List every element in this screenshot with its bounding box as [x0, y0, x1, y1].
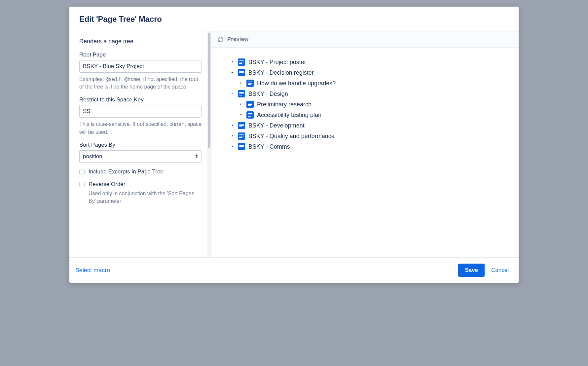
bullet-icon: • [239, 81, 243, 86]
refresh-icon[interactable] [217, 36, 224, 43]
include-excerpts-checkbox[interactable] [79, 169, 85, 174]
sort-label: Sort Pages By [79, 142, 202, 148]
include-excerpts-label: Include Excerpts in Page Tree [89, 168, 164, 175]
space-key-input[interactable] [79, 105, 202, 118]
page-icon [238, 58, 245, 66]
preview-body: • BSKY - Project poster BSKY - Decision … [211, 48, 519, 257]
reverse-order-label: Reverse Order [89, 181, 125, 188]
sort-select[interactable]: position [79, 150, 202, 163]
tree-item-expandable: BSKY - Decision register • How do we han… [230, 67, 500, 89]
modal-header: Edit 'Page Tree' Macro [69, 7, 519, 31]
select-macro-link[interactable]: Select macro [75, 267, 110, 274]
config-panel: Renders a page tree. Root Page Examples:… [69, 31, 211, 217]
tree-item: • BSKY - Project poster [230, 57, 500, 67]
preview-title: Preview [227, 36, 248, 43]
macro-description: Renders a page tree. [79, 38, 202, 45]
preview-header: Preview [211, 31, 519, 48]
space-key-group: Restrict to this Space Key This is case-… [79, 96, 202, 135]
page-icon [238, 122, 245, 129]
root-page-help: Examples: @self, @home. If not specified… [79, 75, 202, 91]
sort-group: Sort Pages By position ▲▼ [79, 142, 202, 163]
tree-link[interactable]: Accessibility testing plan [257, 112, 321, 119]
preview-panel: Preview • BSKY - Project poster [211, 31, 519, 257]
modal-footer: Select macro Save Cancel [69, 257, 519, 283]
chevron-down-icon[interactable] [230, 92, 235, 96]
page-icon [238, 90, 245, 97]
page-icon [246, 111, 254, 119]
bullet-icon: • [230, 134, 235, 138]
tree-link[interactable]: BSKY - Design [248, 91, 288, 97]
root-page-input[interactable] [79, 60, 202, 73]
tree-link[interactable]: BSKY - Project poster [248, 59, 306, 66]
bullet-icon: • [230, 144, 235, 149]
root-page-label: Root Page [79, 52, 202, 58]
page-icon [238, 69, 245, 76]
tree-link[interactable]: BSKY - Comms [248, 143, 290, 150]
tree-link[interactable]: How do we handle upgrades? [257, 80, 336, 87]
root-page-group: Root Page Examples: @self, @home. If not… [79, 52, 202, 91]
tree-item: • BSKY - Development [230, 120, 500, 131]
modal-title: Edit 'Page Tree' Macro [79, 15, 509, 24]
page-icon [238, 132, 245, 140]
reverse-order-group: Reverse Order Used only in conjunction w… [79, 181, 202, 205]
space-key-help: This is case-sensitive. If not specified… [79, 120, 202, 135]
modal-body: Renders a page tree. Root Page Examples:… [69, 31, 519, 257]
space-key-label: Restrict to this Space Key [79, 96, 202, 103]
tree-item: • Accessibility testing plan [239, 110, 500, 120]
config-scrollbar[interactable] [207, 31, 211, 257]
reverse-order-checkbox[interactable] [79, 182, 85, 187]
page-icon [246, 101, 254, 108]
config-scrollbar-thumb[interactable] [208, 33, 210, 148]
tree-item-expandable: BSKY - Design • Preliminary research • [230, 89, 500, 120]
page-icon [246, 80, 254, 87]
tree-item: • BSKY - Comms [230, 141, 500, 152]
macro-editor-modal: Edit 'Page Tree' Macro Renders a page tr… [69, 7, 519, 283]
tree-item: • Preliminary research [239, 99, 500, 110]
bullet-icon: • [230, 123, 235, 128]
tree-item: • How do we handle upgrades? [239, 78, 500, 89]
chevron-down-icon[interactable] [230, 71, 235, 75]
save-button[interactable]: Save [458, 264, 485, 277]
tree-link[interactable]: Preliminary research [257, 101, 312, 108]
reverse-order-help: Used only in conjunction with the 'Sort … [89, 190, 202, 205]
include-excerpts-group: Include Excerpts in Page Tree [79, 168, 202, 175]
page-icon [238, 143, 245, 150]
config-scroll-area: Renders a page tree. Root Page Examples:… [69, 31, 211, 257]
tree-link[interactable]: BSKY - Decision register [248, 69, 314, 76]
page-tree: • BSKY - Project poster BSKY - Decision … [230, 57, 500, 152]
cancel-button[interactable]: Cancel [491, 267, 509, 274]
bullet-icon: • [239, 113, 243, 117]
bullet-icon: • [239, 102, 243, 107]
bullet-icon: • [230, 60, 235, 64]
tree-link[interactable]: BSKY - Development [248, 122, 305, 129]
tree-link[interactable]: BSKY - Quality and performance [248, 133, 335, 140]
tree-item: • BSKY - Quality and performance [230, 131, 500, 141]
